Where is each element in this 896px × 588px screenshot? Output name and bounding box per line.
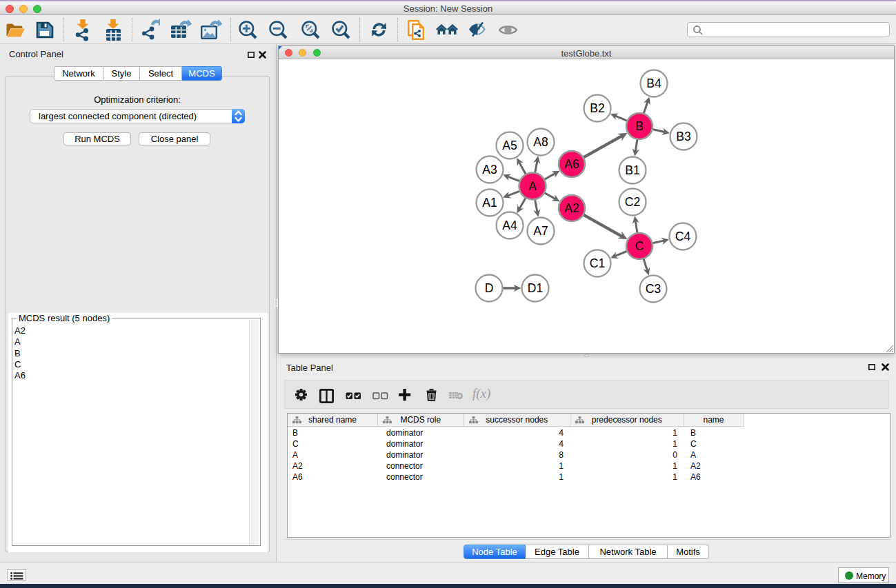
svg-text:C: C <box>635 239 644 253</box>
svg-text:C4: C4 <box>675 230 691 243</box>
svg-text:A6: A6 <box>564 157 579 171</box>
svg-text:B4: B4 <box>646 77 661 90</box>
svg-text:A7: A7 <box>533 224 548 238</box>
svg-text:B3: B3 <box>676 130 690 143</box>
svg-text:A8: A8 <box>533 135 548 149</box>
svg-text:C2: C2 <box>625 195 640 209</box>
svg-text:D1: D1 <box>528 281 543 295</box>
svg-text:A: A <box>528 179 537 193</box>
svg-text:A1: A1 <box>482 196 497 210</box>
svg-text:B: B <box>635 119 644 133</box>
svg-text:A5: A5 <box>502 139 517 152</box>
svg-text:A4: A4 <box>502 219 517 232</box>
svg-text:C3: C3 <box>646 282 661 296</box>
svg-text:C1: C1 <box>590 256 605 270</box>
svg-text:A2: A2 <box>564 201 579 215</box>
svg-text:f(x): f(x) <box>472 387 490 401</box>
svg-text:A3: A3 <box>482 163 497 176</box>
svg-text:D: D <box>485 281 494 295</box>
svg-text:B1: B1 <box>625 163 639 177</box>
svg-text:B2: B2 <box>590 101 604 115</box>
